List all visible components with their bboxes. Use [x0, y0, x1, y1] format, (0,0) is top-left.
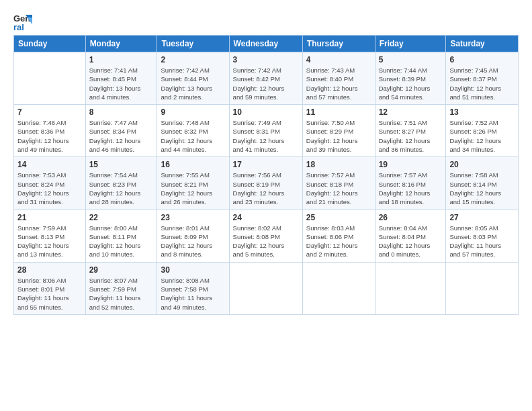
header-row: SundayMondayTuesdayWednesdayThursdayFrid… — [14, 36, 519, 52]
day-number: 28 — [17, 265, 82, 275]
day-cell: 18Sunrise: 7:57 AM Sunset: 8:18 PM Dayli… — [302, 157, 375, 210]
day-info: Sunrise: 7:51 AM Sunset: 8:27 PM Dayligh… — [379, 118, 443, 154]
day-cell: 23Sunrise: 8:01 AM Sunset: 8:09 PM Dayli… — [157, 210, 229, 262]
day-cell — [446, 262, 519, 314]
day-info: Sunrise: 7:57 AM Sunset: 8:18 PM Dayligh… — [306, 171, 371, 206]
day-info: Sunrise: 7:45 AM Sunset: 8:37 PM Dayligh… — [449, 66, 515, 101]
day-cell: 2Sunrise: 7:42 AM Sunset: 8:44 PM Daylig… — [157, 52, 229, 105]
day-number: 23 — [161, 213, 225, 222]
day-cell: 22Sunrise: 8:00 AM Sunset: 8:11 PM Dayli… — [85, 210, 157, 262]
day-cell: 15Sunrise: 7:54 AM Sunset: 8:23 PM Dayli… — [85, 157, 157, 210]
day-number: 12 — [379, 107, 443, 117]
col-header-thursday: Thursday — [302, 36, 375, 52]
day-cell: 4Sunrise: 7:43 AM Sunset: 8:40 PM Daylig… — [302, 52, 375, 105]
day-number: 1 — [89, 55, 154, 64]
day-cell: 13Sunrise: 7:52 AM Sunset: 8:26 PM Dayli… — [446, 105, 519, 157]
day-info: Sunrise: 7:54 AM Sunset: 8:23 PM Dayligh… — [89, 171, 154, 206]
day-info: Sunrise: 7:55 AM Sunset: 8:21 PM Dayligh… — [161, 171, 225, 206]
day-info: Sunrise: 7:48 AM Sunset: 8:32 PM Dayligh… — [161, 118, 225, 154]
svg-text:ral: ral — [13, 22, 24, 31]
day-cell: 5Sunrise: 7:44 AM Sunset: 8:39 PM Daylig… — [375, 52, 446, 105]
day-number: 21 — [17, 213, 82, 222]
day-info: Sunrise: 7:53 AM Sunset: 8:24 PM Dayligh… — [17, 171, 82, 206]
day-number: 14 — [17, 160, 82, 169]
calendar-page: Gene ral SundayMondayTuesdayWednesdayThu… — [0, 0, 532, 411]
day-info: Sunrise: 7:58 AM Sunset: 8:14 PM Dayligh… — [449, 171, 515, 206]
day-cell: 1Sunrise: 7:41 AM Sunset: 8:45 PM Daylig… — [85, 52, 157, 105]
day-cell: 29Sunrise: 8:07 AM Sunset: 7:59 PM Dayli… — [85, 262, 157, 314]
day-number: 15 — [89, 160, 154, 169]
day-number: 22 — [89, 213, 154, 222]
week-row-5: 28Sunrise: 8:06 AM Sunset: 8:01 PM Dayli… — [14, 262, 519, 314]
day-number: 10 — [233, 107, 299, 117]
day-number: 6 — [449, 55, 515, 64]
col-header-tuesday: Tuesday — [157, 36, 229, 52]
week-row-4: 21Sunrise: 7:59 AM Sunset: 8:13 PM Dayli… — [14, 210, 519, 262]
day-number: 16 — [161, 160, 225, 169]
day-info: Sunrise: 7:42 AM Sunset: 8:42 PM Dayligh… — [233, 66, 299, 101]
day-cell — [229, 262, 302, 314]
calendar-table: SundayMondayTuesdayWednesdayThursdayFrid… — [13, 35, 519, 315]
day-cell: 27Sunrise: 8:05 AM Sunset: 8:03 PM Dayli… — [446, 210, 519, 262]
day-cell: 17Sunrise: 7:56 AM Sunset: 8:19 PM Dayli… — [229, 157, 302, 210]
day-info: Sunrise: 7:56 AM Sunset: 8:19 PM Dayligh… — [233, 171, 299, 206]
day-number: 2 — [161, 55, 225, 64]
day-info: Sunrise: 7:44 AM Sunset: 8:39 PM Dayligh… — [379, 66, 443, 101]
day-cell: 25Sunrise: 8:03 AM Sunset: 8:06 PM Dayli… — [302, 210, 375, 262]
day-info: Sunrise: 8:03 AM Sunset: 8:06 PM Dayligh… — [306, 224, 371, 259]
day-number: 9 — [161, 107, 225, 117]
day-number: 18 — [306, 160, 371, 169]
day-cell: 14Sunrise: 7:53 AM Sunset: 8:24 PM Dayli… — [14, 157, 86, 210]
week-row-2: 7Sunrise: 7:46 AM Sunset: 8:36 PM Daylig… — [14, 105, 519, 157]
day-cell: 9Sunrise: 7:48 AM Sunset: 8:32 PM Daylig… — [157, 105, 229, 157]
day-number: 25 — [306, 213, 371, 222]
day-info: Sunrise: 8:01 AM Sunset: 8:09 PM Dayligh… — [161, 224, 225, 259]
day-info: Sunrise: 7:42 AM Sunset: 8:44 PM Dayligh… — [161, 66, 225, 101]
day-info: Sunrise: 7:47 AM Sunset: 8:34 PM Dayligh… — [89, 118, 154, 154]
header: Gene ral — [13, 12, 519, 31]
day-number: 3 — [233, 55, 299, 64]
day-number: 17 — [233, 160, 299, 169]
day-cell: 16Sunrise: 7:55 AM Sunset: 8:21 PM Dayli… — [157, 157, 229, 210]
day-cell: 20Sunrise: 7:58 AM Sunset: 8:14 PM Dayli… — [446, 157, 519, 210]
day-cell — [14, 52, 86, 105]
day-info: Sunrise: 7:49 AM Sunset: 8:31 PM Dayligh… — [233, 118, 299, 154]
day-number: 29 — [89, 265, 154, 275]
day-info: Sunrise: 7:52 AM Sunset: 8:26 PM Dayligh… — [449, 118, 515, 154]
day-number: 27 — [449, 213, 515, 222]
day-info: Sunrise: 8:00 AM Sunset: 8:11 PM Dayligh… — [89, 224, 154, 259]
day-number: 7 — [17, 107, 82, 117]
day-number: 19 — [379, 160, 443, 169]
day-cell: 12Sunrise: 7:51 AM Sunset: 8:27 PM Dayli… — [375, 105, 446, 157]
logo-icon: Gene ral — [13, 12, 32, 31]
col-header-friday: Friday — [375, 36, 446, 52]
col-header-monday: Monday — [85, 36, 157, 52]
col-header-sunday: Sunday — [14, 36, 86, 52]
day-cell: 30Sunrise: 8:08 AM Sunset: 7:58 PM Dayli… — [157, 262, 229, 314]
week-row-3: 14Sunrise: 7:53 AM Sunset: 8:24 PM Dayli… — [14, 157, 519, 210]
day-cell: 3Sunrise: 7:42 AM Sunset: 8:42 PM Daylig… — [229, 52, 302, 105]
day-number: 26 — [379, 213, 443, 222]
day-info: Sunrise: 7:46 AM Sunset: 8:36 PM Dayligh… — [17, 118, 82, 154]
logo: Gene ral — [13, 12, 35, 31]
day-number: 8 — [89, 107, 154, 117]
day-info: Sunrise: 7:59 AM Sunset: 8:13 PM Dayligh… — [17, 224, 82, 259]
day-cell: 24Sunrise: 8:02 AM Sunset: 8:08 PM Dayli… — [229, 210, 302, 262]
week-row-1: 1Sunrise: 7:41 AM Sunset: 8:45 PM Daylig… — [14, 52, 519, 105]
day-info: Sunrise: 8:06 AM Sunset: 8:01 PM Dayligh… — [17, 276, 82, 312]
day-cell: 26Sunrise: 8:04 AM Sunset: 8:04 PM Dayli… — [375, 210, 446, 262]
day-info: Sunrise: 8:08 AM Sunset: 7:58 PM Dayligh… — [161, 276, 225, 312]
day-number: 5 — [379, 55, 443, 64]
col-header-saturday: Saturday — [446, 36, 519, 52]
day-info: Sunrise: 8:02 AM Sunset: 8:08 PM Dayligh… — [233, 224, 299, 259]
col-header-wednesday: Wednesday — [229, 36, 302, 52]
day-cell: 7Sunrise: 7:46 AM Sunset: 8:36 PM Daylig… — [14, 105, 86, 157]
day-number: 4 — [306, 55, 371, 64]
day-cell: 19Sunrise: 7:57 AM Sunset: 8:16 PM Dayli… — [375, 157, 446, 210]
day-cell — [375, 262, 446, 314]
day-info: Sunrise: 8:07 AM Sunset: 7:59 PM Dayligh… — [89, 276, 154, 312]
day-info: Sunrise: 8:05 AM Sunset: 8:03 PM Dayligh… — [449, 224, 515, 259]
day-info: Sunrise: 7:41 AM Sunset: 8:45 PM Dayligh… — [89, 66, 154, 101]
day-info: Sunrise: 7:43 AM Sunset: 8:40 PM Dayligh… — [306, 66, 371, 101]
day-info: Sunrise: 8:04 AM Sunset: 8:04 PM Dayligh… — [379, 224, 443, 259]
